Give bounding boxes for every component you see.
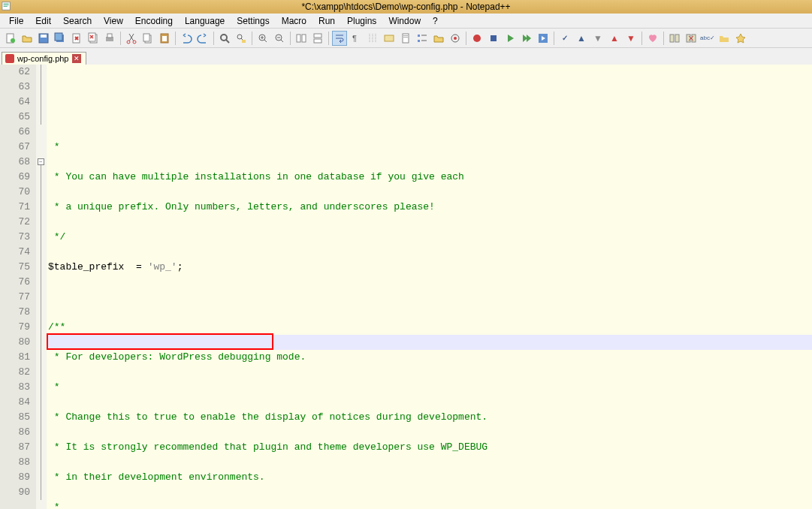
- svg-point-21: [221, 35, 227, 41]
- svg-rect-14: [107, 34, 112, 38]
- compare-icon[interactable]: [667, 31, 682, 46]
- svg-rect-18: [143, 34, 149, 41]
- line-number: 62: [0, 65, 30, 80]
- menu-help[interactable]: ?: [427, 14, 444, 28]
- modified-file-icon: [5, 54, 14, 63]
- sync-hscroll-icon[interactable]: [310, 31, 325, 46]
- wordwrap-icon[interactable]: [332, 31, 347, 46]
- sync-vscroll-icon[interactable]: [294, 31, 309, 46]
- stop-macro-icon[interactable]: [486, 31, 501, 46]
- svg-rect-27: [302, 35, 306, 42]
- svg-rect-38: [421, 40, 427, 41]
- toolbar: ¶ ✓ ▲ ▼ ▲ ▼ abc✓: [0, 29, 812, 48]
- app-icon: [2, 1, 12, 11]
- svg-rect-46: [687, 35, 690, 42]
- zoom-in-icon[interactable]: [255, 31, 270, 46]
- record-macro-icon[interactable]: [469, 31, 484, 46]
- line-number: 79: [0, 320, 30, 335]
- udl-icon[interactable]: [382, 31, 397, 46]
- replace-icon[interactable]: [234, 31, 249, 46]
- save-macro-icon[interactable]: [536, 31, 551, 46]
- copy-icon[interactable]: [140, 31, 155, 46]
- svg-rect-47: [692, 35, 696, 42]
- heart-icon[interactable]: [645, 31, 660, 46]
- svg-rect-3: [4, 6, 8, 7]
- svg-rect-42: [491, 35, 497, 41]
- svg-point-40: [454, 37, 457, 40]
- menu-plugins[interactable]: Plugins: [341, 14, 382, 28]
- separator: [252, 32, 252, 45]
- favorites-icon[interactable]: [733, 31, 748, 46]
- menu-search[interactable]: Search: [57, 14, 98, 28]
- doc-map-icon[interactable]: [398, 31, 413, 46]
- tab-close-icon[interactable]: ✕: [72, 54, 81, 63]
- show-symbol-icon[interactable]: ▲: [574, 31, 589, 46]
- spell-check-icon[interactable]: ✓: [557, 31, 572, 46]
- line-number: 82: [0, 365, 30, 380]
- svg-rect-37: [421, 35, 427, 36]
- play-multi-icon[interactable]: [519, 31, 534, 46]
- svg-point-16: [133, 41, 136, 44]
- show-all-chars-icon[interactable]: ¶: [349, 31, 364, 46]
- zoom-out-icon[interactable]: [272, 31, 287, 46]
- line-number: 90: [0, 485, 30, 500]
- indent-guide-icon[interactable]: [365, 31, 380, 46]
- print-icon[interactable]: [102, 31, 117, 46]
- line-number: 83: [0, 380, 30, 395]
- svg-rect-28: [314, 34, 321, 38]
- menu-view[interactable]: View: [98, 14, 129, 28]
- line-number: 64: [0, 95, 30, 110]
- separator: [328, 32, 329, 45]
- menu-macro[interactable]: Macro: [276, 14, 312, 28]
- svg-rect-45: [675, 35, 679, 42]
- open-file-icon[interactable]: [20, 31, 35, 46]
- code-area[interactable]: * * You can have multiple installations …: [47, 65, 812, 509]
- monitoring-icon[interactable]: [448, 31, 463, 46]
- svg-rect-33: [403, 35, 408, 36]
- find-icon[interactable]: [217, 31, 232, 46]
- svg-rect-35: [418, 35, 420, 37]
- close-icon[interactable]: [69, 31, 84, 46]
- menu-language[interactable]: Language: [179, 14, 231, 28]
- svg-rect-23: [242, 40, 246, 43]
- svg-point-15: [127, 41, 130, 44]
- redo-icon[interactable]: [195, 31, 210, 46]
- fold-box-icon[interactable]: −: [38, 158, 44, 165]
- play-macro-icon[interactable]: [503, 31, 518, 46]
- undo-icon[interactable]: [179, 31, 194, 46]
- folder-workspace-icon[interactable]: [431, 31, 446, 46]
- fold-margin[interactable]: −: [36, 65, 47, 509]
- line-number: 67: [0, 140, 30, 155]
- line-number: 68: [0, 155, 30, 170]
- spellcheck-abc-icon[interactable]: abc✓: [700, 31, 715, 46]
- code-editor[interactable]: 6263646566676869707172737475767778798081…: [0, 65, 812, 509]
- line-number: 75: [0, 260, 30, 275]
- save-all-icon[interactable]: [53, 31, 68, 46]
- separator: [641, 32, 642, 45]
- cut-icon[interactable]: [124, 31, 139, 46]
- menu-settings[interactable]: Settings: [231, 14, 275, 28]
- explorer-icon[interactable]: [717, 31, 732, 46]
- separator: [120, 32, 121, 45]
- separator: [554, 32, 554, 45]
- show-symbol2-icon[interactable]: ▲: [607, 31, 622, 46]
- func-list-icon[interactable]: [415, 31, 430, 46]
- menu-run[interactable]: Run: [312, 14, 341, 28]
- close-all-icon[interactable]: [86, 31, 101, 46]
- line-number: 70: [0, 185, 30, 200]
- menu-encoding[interactable]: Encoding: [129, 14, 179, 28]
- prev-symbol-icon[interactable]: ▼: [590, 31, 605, 46]
- line-number: 71: [0, 200, 30, 215]
- new-file-icon[interactable]: [3, 31, 18, 46]
- menu-edit[interactable]: Edit: [29, 14, 57, 28]
- save-icon[interactable]: [36, 31, 51, 46]
- menu-file[interactable]: File: [3, 14, 29, 28]
- menu-window[interactable]: Window: [382, 14, 427, 28]
- clear-compare-icon[interactable]: [684, 31, 699, 46]
- line-number: 87: [0, 440, 30, 455]
- line-number: 74: [0, 245, 30, 260]
- prev-symbol2-icon[interactable]: ▼: [623, 31, 638, 46]
- line-number: 73: [0, 230, 30, 245]
- file-tab[interactable]: wp-config.php ✕: [2, 52, 86, 65]
- paste-icon[interactable]: [157, 31, 172, 46]
